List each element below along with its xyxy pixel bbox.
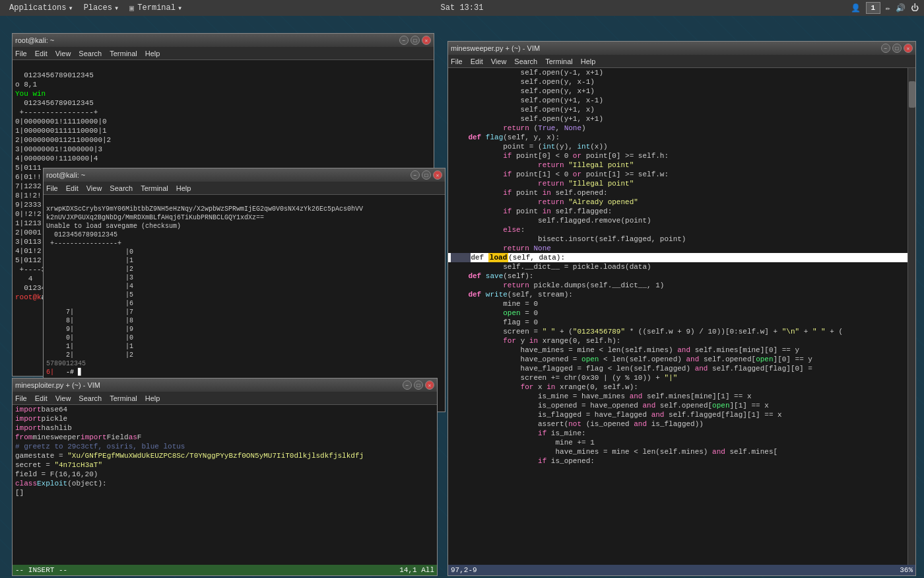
cursor-pos-4: 97,2-9 [451, 566, 477, 574]
menu-edit-3[interactable]: Edit [35, 394, 48, 402]
menu-search-1[interactable]: Search [79, 50, 102, 57]
vim-line: for y in xrange(0, self.h): [448, 336, 908, 345]
vim-line: [] [13, 488, 437, 497]
window4-vim: self.open(y-1, x+1) self.open(y, x-1) se… [448, 68, 908, 565]
vim-line: secret = "4n71cH3aT" [13, 460, 437, 470]
minimize-btn-1[interactable]: − [399, 36, 409, 45]
window3-titlebar[interactable]: minesploiter.py + (~) - VIM − □ ✕ [13, 379, 437, 392]
terminal-window-2: root@kali: ~ − □ ✕ File Edit View Search… [43, 168, 446, 412]
menu-edit-1[interactable]: Edit [35, 50, 48, 57]
datetime: Sat 13:31 [441, 3, 484, 13]
vim-line: import pickle [13, 414, 437, 423]
terminal-chevron-icon: ▾ [178, 3, 182, 13]
vim-line: def write(self, stream): [448, 290, 908, 299]
minimize-btn-4[interactable]: − [881, 44, 890, 53]
maximize-btn-1[interactable]: □ [411, 36, 420, 45]
terminal-icon: ▣ [129, 3, 134, 13]
places-menu[interactable]: Places ▾ [80, 2, 123, 15]
maximize-btn-3[interactable]: □ [414, 380, 423, 390]
vim-line: self.open(y+1, x+1) [448, 114, 908, 124]
scroll-percent-4: 36% [900, 566, 913, 574]
menu-edit-2[interactable]: Edit [66, 184, 79, 192]
vim-line: class Exploit(object): [13, 479, 437, 488]
menu-help-4[interactable]: Help [581, 57, 596, 65]
window4-menubar: File Edit View Search Terminal Help [448, 55, 915, 68]
menu-search-3[interactable]: Search [79, 394, 102, 402]
volume-icon: 🔊 [896, 3, 906, 13]
vim-line: import hashlib [13, 423, 437, 433]
menu-file-2[interactable]: File [46, 184, 58, 192]
menu-file-3[interactable]: File [15, 394, 27, 402]
taskbar-left: Applications ▾ Places ▾ ▣ Terminal ▾ [5, 2, 186, 15]
window3-title: minesploiter.py + (~) - VIM [15, 381, 100, 389]
menu-help-3[interactable]: Help [145, 394, 160, 402]
vim-line: if point[0] < 0 or point[0] >= self.h: [448, 151, 908, 161]
menu-view-1[interactable]: View [55, 50, 71, 57]
close-btn-4[interactable]: ✕ [904, 44, 913, 53]
window2-titlebar[interactable]: root@kali: ~ − □ ✕ [44, 168, 445, 182]
taskbar: Applications ▾ Places ▾ ▣ Terminal ▾ Sat… [0, 0, 924, 16]
menu-search-4[interactable]: Search [514, 57, 537, 65]
menu-terminal-2[interactable]: Terminal [141, 184, 168, 192]
minimize-btn-2[interactable]: − [411, 170, 420, 180]
menu-edit-4[interactable]: Edit [471, 57, 483, 65]
scrollbar-thumb[interactable] [909, 81, 915, 108]
vim-line: have_mines = mine < len(self.mines) and … [448, 345, 908, 355]
close-btn-2[interactable]: ✕ [433, 170, 442, 180]
vim-line: return pickle.dumps(self.__dict__, 1) [448, 281, 908, 290]
maximize-btn-4[interactable]: □ [892, 44, 902, 53]
vim-line: return None [448, 244, 908, 253]
menu-file-4[interactable]: File [451, 57, 463, 65]
power-icon: ⏻ [911, 3, 919, 13]
window1-title: root@kali: ~ [15, 36, 54, 44]
vim-line: return "Already opened" [448, 198, 908, 207]
vim-line: bisect.insort(self.flagged, point) [448, 235, 908, 244]
menu-search-2[interactable]: Search [110, 184, 133, 192]
vim-line: return "Illegal point" [448, 161, 908, 170]
user-icon: 👤 [851, 3, 861, 13]
terminal-menu[interactable]: ▣ Terminal ▾ [125, 2, 186, 15]
menu-terminal-4[interactable]: Terminal [545, 57, 573, 65]
window4-statusbar: 97,2-9 36% [448, 565, 915, 575]
window-count[interactable]: 1 [866, 2, 880, 14]
vim-line: import base64 [13, 405, 437, 414]
menu-view-2[interactable]: View [86, 184, 102, 192]
window4-controls: − □ ✕ [881, 44, 913, 53]
window1-menubar: File Edit View Search Terminal Help [13, 47, 434, 60]
vim-window-1: minesploiter.py + (~) - VIM − □ ✕ File E… [12, 378, 438, 576]
menu-view-3[interactable]: View [55, 394, 71, 402]
window4-content: self.open(y-1, x+1) self.open(y, x-1) se… [448, 68, 915, 575]
menu-view-4[interactable]: View [491, 57, 507, 65]
vim-line: if point[1] < 0 or point[1] >= self.w: [448, 170, 908, 179]
applications-menu[interactable]: Applications ▾ [5, 2, 77, 15]
window1-titlebar[interactable]: root@kali: ~ − □ ✕ [13, 34, 434, 47]
window1-controls: − □ ✕ [399, 36, 431, 45]
close-btn-1[interactable]: ✕ [422, 36, 431, 45]
menu-terminal-3[interactable]: Terminal [110, 394, 137, 402]
vim-highlighted-line: def load(self, data): [448, 253, 908, 262]
apps-chevron-icon: ▾ [68, 3, 73, 13]
vim-line: def flag(self, y, x): [448, 133, 908, 142]
window3-vim: import base64 import pickle import hashl… [13, 405, 437, 565]
menu-help-2[interactable]: Help [176, 184, 191, 192]
menu-terminal-1[interactable]: Terminal [110, 50, 137, 57]
close-btn-3[interactable]: ✕ [425, 380, 434, 390]
window4-titlebar[interactable]: minesweeper.py + (~) - VIM − □ ✕ [448, 42, 915, 55]
maximize-btn-2[interactable]: □ [422, 170, 431, 180]
menu-file-1[interactable]: File [15, 50, 27, 57]
vim-line: is_flagged = have_flagged and self.flagg… [448, 410, 908, 419]
taskbar-right: 👤 1 ✏ 🔊 ⏻ [851, 2, 919, 14]
window3-content: import base64 import pickle import hashl… [13, 405, 437, 575]
vim-line: is_opened = have_opened and self.opened[… [448, 401, 908, 410]
vim-line: screen += chr(0x30 | (y % 10)) + "|" [448, 373, 908, 382]
vim-line: if is_opened: [448, 456, 908, 466]
vim-line: flag = 0 [448, 318, 908, 327]
minimize-btn-3[interactable]: − [403, 380, 412, 390]
menu-help-1[interactable]: Help [145, 50, 160, 57]
vim-line: mine += 1 [448, 438, 908, 447]
vim-line: mine = 0 [448, 299, 908, 308]
vim-line: have_flagged = flag < len(self.flagged) … [448, 364, 908, 373]
terminal-label: Terminal [137, 3, 176, 13]
vim-line: if point in self.flagged: [448, 207, 908, 216]
window4-scrollbar[interactable] [908, 68, 915, 565]
